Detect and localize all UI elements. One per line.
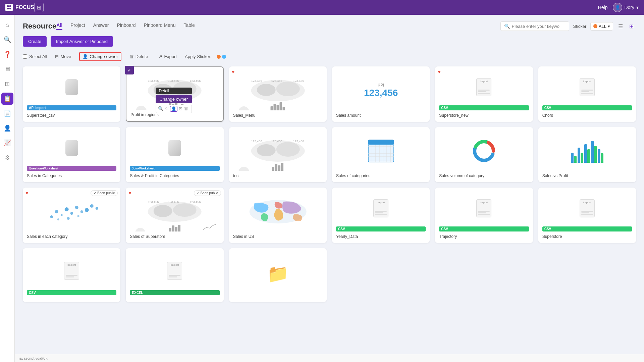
user-menu[interactable]: 👤 Dory ▾ [613,3,639,12]
sticker-dot-orange[interactable] [217,55,221,59]
tab-bar: All Project Answer Pinboard Pinboard Men… [56,22,195,30]
card-sales-of-categories[interactable]: Sales of categories [332,127,430,182]
bar-preview [271,101,285,110]
sticker-dot-blue[interactable] [222,55,226,59]
sidebar-item-table[interactable]: ⊞ [1,78,13,90]
card-preview: Import [542,70,632,104]
card-preview: 123,456 123,456 123,456 [233,70,323,110]
card-trajectory[interactable]: Import CSV Trajectory [435,188,533,243]
sidebar-item-monitor[interactable]: 🖥 [1,63,13,75]
card-title: Trajectory [439,234,529,239]
card-actions-row: 🔍 ♡ 👤 ⊡ 🗑 [156,105,192,113]
card-preview: 123,456 123,456 123,456 [233,131,323,171]
card-title: Sales of Superstore [130,234,219,239]
card-preview [336,131,426,171]
db-icon [65,79,78,95]
sticker-filter[interactable]: ALL ▾ [590,22,613,31]
select-all-input[interactable] [23,54,27,59]
tab-pinboard[interactable]: Pinboard [117,22,136,30]
calendar-preview-svg [368,139,394,163]
sidebar-item-help[interactable]: ❓ [1,48,13,60]
svg-point-18 [257,144,275,156]
grid-view-icon[interactable]: ⊞ [627,21,636,31]
delete-icon-small[interactable]: 🗑 [184,106,188,112]
search-input[interactable] [512,24,566,29]
sidebar: ⌂ 🔍 ❓ 🖥 ⊞ 📋 📄 👤 📈 ⚙ [0,15,15,362]
svg-point-55 [173,203,197,217]
sidebar-item-report[interactable]: 📄 [1,107,13,119]
select-all-label: Select All [29,54,47,59]
actions-bar: Select All ⊞ Move 👤 Change owner 🗑 Delet… [23,52,636,61]
card-csv-1[interactable]: Import CSV [23,248,120,302]
page-title: Resource [23,22,56,31]
svg-point-48 [90,204,94,208]
card-sales-amount[interactable]: KPI 123,456 Sales amount [332,66,430,122]
card-badge-csv: CSV [336,226,426,231]
card-checkbox-checked[interactable]: ✓ [125,66,134,74]
help-link[interactable]: Help [598,5,608,10]
search-box[interactable]: 🔍 [500,21,569,31]
svg-point-13 [276,82,300,96]
card-test[interactable]: 123,456 123,456 123,456 test [229,127,327,182]
card-sales-menu[interactable]: ♥ 123,456 123,456 123,456 [229,66,327,122]
app-logo[interactable]: FOCUS [5,4,34,11]
card-superstore-new[interactable]: ♥ Import CSV Superstore_new [435,66,533,122]
card-title: Chord [542,113,632,118]
change-owner-tooltip[interactable]: Change owner [156,95,192,103]
select-all-checkbox[interactable]: Select All [23,54,47,59]
card-sales-of-superstore[interactable]: ♥ ✓ Been public 123,456 123,456 123,456 [126,188,223,243]
map-preview-svg: 123,456 123,456 123,456 [233,138,323,164]
sidebar-item-settings[interactable]: ⚙ [1,152,13,164]
card-folder[interactable]: 📁 [229,248,327,302]
tab-project[interactable]: Project [70,22,85,30]
move-button[interactable]: ⊞ Move [52,53,74,60]
tab-all[interactable]: All [56,22,62,30]
owner-icon-small[interactable]: 👤 [170,106,177,112]
sidebar-item-pinboard[interactable]: 📋 [1,93,13,105]
card-sales-vs-profit[interactable]: Sales vs Profit [538,127,636,182]
heart-icon-small[interactable]: ♡ [165,106,169,112]
card-superstore-csv[interactable]: API Import Superstore_csv [23,66,120,122]
list-view-icon[interactable]: ☰ [616,21,625,31]
copy-icon-small[interactable]: ⊡ [179,106,182,112]
sidebar-item-search[interactable]: 🔍 [1,34,13,46]
semicircle-icon [135,228,145,231]
card-profit-in-regions[interactable]: ✓ 123,456 123,456 123,456 [126,66,223,122]
card-sales-each-category[interactable]: ♥ ✓ Been public [23,188,120,243]
card-chord[interactable]: Import CSV Chord [538,66,636,122]
db-icon [168,140,181,156]
card-excel-1[interactable]: Import EXCEL [126,248,223,302]
card-badge-excel: EXCEL [130,290,219,295]
card-title: Sales of categories [336,173,426,178]
tooltip-area: Detail Change owner 🔍 ♡ 👤 ⊡ 🗑 [156,88,192,113]
card-yearly-data[interactable]: Import CSV Yearly_Data [332,188,430,243]
search-icon-small[interactable]: 🔍 [158,106,163,112]
delete-label: Delete [136,54,148,59]
svg-text:123,456: 123,456 [293,79,304,83]
svg-text:123,456: 123,456 [271,79,282,83]
card-sales-profit-categories[interactable]: Join-Worksheet Sales & Profit in Categor… [126,127,223,182]
import-button[interactable]: Import Answer or Pinboard [51,36,113,47]
sidebar-item-home[interactable]: ⌂ [1,19,13,31]
card-sales-volumn-category[interactable]: Sales volumn of category [435,127,533,182]
tab-table[interactable]: Table [183,22,195,30]
add-button[interactable]: ⊞ [34,3,44,12]
sidebar-item-analytics[interactable]: 📈 [1,137,13,149]
create-button[interactable]: Create [23,36,47,47]
svg-point-12 [257,84,275,96]
change-owner-button[interactable]: 👤 Change owner [79,52,121,61]
card-sales-in-us[interactable]: Sales in US [229,188,327,243]
svg-text:123,456: 123,456 [148,200,159,204]
card-title: Superstore [542,234,632,239]
delete-button[interactable]: 🗑 Delete [127,53,151,60]
card-sales-in-categories[interactable]: Question-Worksheet Sales in Categories [23,127,120,182]
sidebar-item-user[interactable]: 👤 [1,122,13,134]
topbar: FOCUS ⊞ Help 👤 Dory ▾ [0,0,644,15]
card-superstore[interactable]: Import CSV Superstore [538,188,636,243]
export-button[interactable]: ↗ Export [156,53,179,60]
card-title: Sales amount [336,113,426,118]
tab-answer[interactable]: Answer [93,22,109,30]
tab-pinboard-menu[interactable]: Pinboard Menu [144,22,175,30]
chevron-down-icon: ▾ [636,5,639,10]
sticker-label: Sticker: [573,24,588,29]
